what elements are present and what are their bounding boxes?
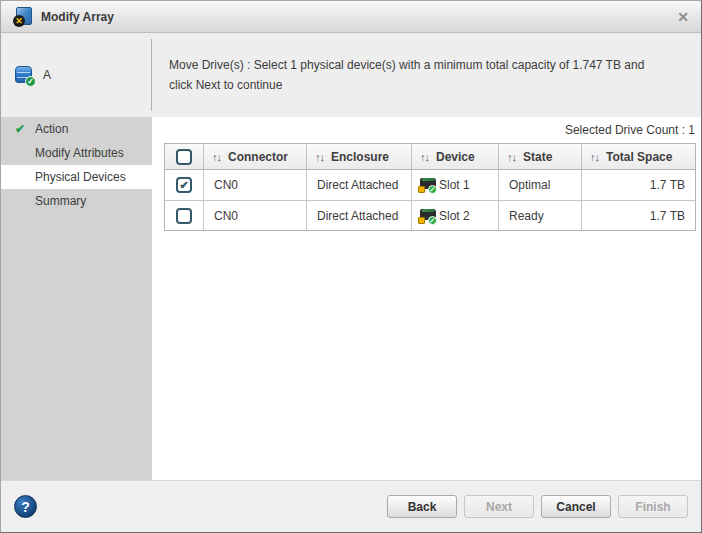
cell-total-space: 1.7 TB [581,170,695,200]
column-header-connector[interactable]: ↑↓ Connector [203,144,306,169]
cancel-button[interactable]: Cancel [541,495,611,518]
table-row: ✔ CN0 Direct Attached ✓ Slot 1 Optimal 1… [165,170,695,200]
table-header-row: ↑↓ Connector ↑↓ Enclosure ↑↓ Device ↑↓ S… [165,144,695,170]
help-icon[interactable]: ? [14,495,37,518]
cell-device: ✓ Slot 2 [411,201,498,230]
step-completed-check-icon: ✔ [15,117,25,141]
selected-drive-count: Selected Drive Count : 1 [152,117,701,137]
step-modify-attributes[interactable]: Modify Attributes [1,141,152,165]
row-checkbox-cell: ✔ [165,170,203,200]
step-label: Modify Attributes [35,146,124,160]
modify-badge-icon: ✕ [13,15,25,27]
sort-icon[interactable]: ↑↓ [590,151,599,163]
step-label: Summary [35,194,86,208]
array-ok-badge-icon: ✓ [25,76,36,87]
dialog-title: Modify Array [41,10,114,24]
finish-button: Finish [618,495,688,518]
column-label: Connector [228,150,288,164]
cell-connector: CN0 [203,201,306,230]
cell-device: ✓ Slot 1 [411,170,498,200]
cell-total-space: 1.7 TB [581,201,695,230]
row-checkbox-unchecked[interactable] [176,208,192,224]
main-panel: Move Drive(s) : Select 1 physical device… [152,33,701,480]
device-label: Slot 2 [439,209,470,223]
wizard-sidebar: ✓ A ✔ Action Modify Attributes Physical … [1,33,152,480]
column-label: Enclosure [331,150,389,164]
instruction-text: Move Drive(s) : Select 1 physical device… [152,33,701,117]
step-summary[interactable]: Summary [1,189,152,213]
select-all-checkbox[interactable] [176,149,192,165]
next-button: Next [464,495,534,518]
drive-ok-badge-icon: ✓ [428,216,437,225]
wizard-buttons: Back Next Cancel Finish [387,495,688,518]
modify-array-icon: ✕ [13,7,33,27]
physical-drive-icon: ✓ [418,208,437,224]
column-label: State [523,150,552,164]
step-label: Physical Devices [35,170,126,184]
cell-enclosure: Direct Attached [306,170,411,200]
panel-divider [151,39,152,111]
sort-icon[interactable]: ↑↓ [315,151,324,163]
drive-ok-badge-icon: ✓ [428,185,437,194]
dialog-footer: ? Back Next Cancel Finish [1,480,701,532]
header-checkbox-cell [165,144,203,169]
lock-badge-icon [418,186,425,193]
array-label: A [43,68,51,82]
sort-icon[interactable]: ↑↓ [507,151,516,163]
column-header-state[interactable]: ↑↓ State [498,144,581,169]
array-summary-panel: ✓ A [1,33,152,117]
column-header-total-space[interactable]: ↑↓ Total Space [581,144,695,169]
column-label: Total Space [606,150,672,164]
table-row: CN0 Direct Attached ✓ Slot 2 Ready 1.7 T… [165,200,695,230]
step-action[interactable]: ✔ Action [1,117,152,141]
row-checkbox-checked[interactable]: ✔ [176,177,192,193]
close-icon[interactable]: ✕ [677,10,689,24]
physical-drive-icon: ✓ [418,177,437,193]
modify-array-dialog: ✕ Modify Array ✕ ✓ A ✔ Action Mo [0,0,702,533]
lock-badge-icon [418,217,425,224]
column-header-device[interactable]: ↑↓ Device [411,144,498,169]
cell-state: Optimal [498,170,581,200]
sort-icon[interactable]: ↑↓ [420,151,429,163]
cell-enclosure: Direct Attached [306,201,411,230]
dialog-content: ✓ A ✔ Action Modify Attributes Physical … [1,33,701,480]
device-label: Slot 1 [439,178,470,192]
column-label: Device [436,150,475,164]
wizard-steps: ✔ Action Modify Attributes Physical Devi… [1,117,152,480]
disk-array-icon: ✓ [15,66,34,85]
cell-state: Ready [498,201,581,230]
step-label: Action [35,122,68,136]
cell-connector: CN0 [203,170,306,200]
step-physical-devices[interactable]: Physical Devices [1,165,152,189]
row-checkbox-cell [165,201,203,230]
physical-devices-table: ↑↓ Connector ↑↓ Enclosure ↑↓ Device ↑↓ S… [164,143,696,231]
column-header-enclosure[interactable]: ↑↓ Enclosure [306,144,411,169]
title-bar: ✕ Modify Array ✕ [1,1,701,33]
sort-icon[interactable]: ↑↓ [212,151,221,163]
back-button[interactable]: Back [387,495,457,518]
